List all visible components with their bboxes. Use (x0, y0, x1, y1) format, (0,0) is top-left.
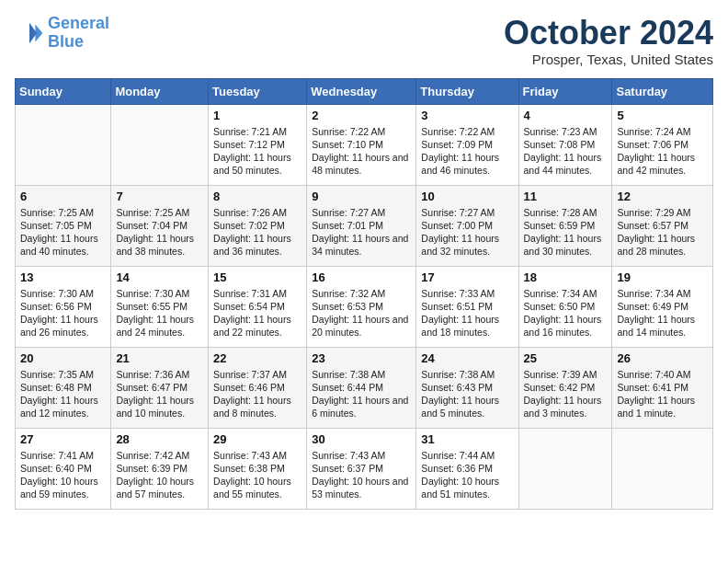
calendar-cell: 18Sunrise: 7:34 AMSunset: 6:50 PMDayligh… (518, 266, 612, 347)
calendar-week-row: 6Sunrise: 7:25 AMSunset: 7:05 PMDaylight… (16, 185, 713, 266)
day-number: 9 (312, 190, 411, 203)
calendar-cell: 2Sunrise: 7:22 AMSunset: 7:10 PMDaylight… (307, 104, 416, 185)
calendar-cell: 29Sunrise: 7:43 AMSunset: 6:38 PMDayligh… (209, 428, 307, 509)
day-info: Sunrise: 7:34 AMSunset: 6:50 PMDaylight:… (524, 287, 608, 339)
day-number: 21 (116, 351, 203, 365)
logo: General Blue (15, 15, 109, 52)
day-info: Sunrise: 7:39 AMSunset: 6:42 PMDaylight:… (524, 368, 608, 420)
day-number: 19 (617, 270, 708, 284)
day-info: Sunrise: 7:42 AMSunset: 6:39 PMDaylight:… (116, 449, 203, 501)
calendar-cell: 23Sunrise: 7:38 AMSunset: 6:44 PMDayligh… (307, 347, 416, 428)
day-info: Sunrise: 7:38 AMSunset: 6:43 PMDaylight:… (421, 368, 513, 420)
day-info: Sunrise: 7:28 AMSunset: 6:59 PMDaylight:… (524, 206, 608, 259)
day-info: Sunrise: 7:31 AMSunset: 6:54 PMDaylight:… (213, 287, 301, 339)
calendar-cell: 22Sunrise: 7:37 AMSunset: 6:46 PMDayligh… (209, 347, 307, 428)
day-info: Sunrise: 7:34 AMSunset: 6:49 PMDaylight:… (617, 287, 708, 339)
calendar-cell (16, 104, 111, 185)
calendar-cell (111, 104, 209, 185)
day-number: 7 (116, 190, 203, 203)
calendar-cell: 8Sunrise: 7:26 AMSunset: 7:02 PMDaylight… (209, 185, 307, 266)
day-info: Sunrise: 7:22 AMSunset: 7:09 PMDaylight:… (421, 125, 513, 178)
calendar-cell: 31Sunrise: 7:44 AMSunset: 6:36 PMDayligh… (416, 428, 518, 509)
day-number: 26 (617, 351, 708, 365)
day-number: 24 (421, 351, 513, 365)
calendar-cell: 16Sunrise: 7:32 AMSunset: 6:53 PMDayligh… (307, 266, 416, 347)
day-number: 29 (213, 432, 301, 446)
header-cell-friday: Friday (518, 78, 612, 104)
day-info: Sunrise: 7:37 AMSunset: 6:46 PMDaylight:… (213, 368, 301, 420)
day-number: 2 (312, 109, 411, 122)
day-number: 14 (116, 270, 203, 284)
calendar-week-row: 20Sunrise: 7:35 AMSunset: 6:48 PMDayligh… (16, 347, 713, 428)
day-number: 13 (20, 270, 106, 284)
day-number: 31 (421, 432, 513, 446)
calendar-cell (518, 428, 612, 509)
day-info: Sunrise: 7:29 AMSunset: 6:57 PMDaylight:… (617, 206, 708, 259)
calendar-cell: 20Sunrise: 7:35 AMSunset: 6:48 PMDayligh… (16, 347, 111, 428)
calendar-cell: 30Sunrise: 7:43 AMSunset: 6:37 PMDayligh… (307, 428, 416, 509)
day-info: Sunrise: 7:44 AMSunset: 6:36 PMDaylight:… (421, 449, 513, 501)
day-info: Sunrise: 7:25 AMSunset: 7:04 PMDaylight:… (116, 206, 203, 259)
calendar-cell: 13Sunrise: 7:30 AMSunset: 6:56 PMDayligh… (16, 266, 111, 347)
day-number: 30 (312, 432, 411, 446)
day-info: Sunrise: 7:26 AMSunset: 7:02 PMDaylight:… (213, 206, 301, 259)
day-number: 8 (213, 190, 301, 203)
calendar-cell: 26Sunrise: 7:40 AMSunset: 6:41 PMDayligh… (612, 347, 713, 428)
calendar-cell: 15Sunrise: 7:31 AMSunset: 6:54 PMDayligh… (209, 266, 307, 347)
day-number: 16 (312, 270, 411, 284)
calendar-body: 1Sunrise: 7:21 AMSunset: 7:12 PMDaylight… (16, 104, 713, 509)
day-info: Sunrise: 7:30 AMSunset: 6:56 PMDaylight:… (20, 287, 106, 339)
calendar-cell: 4Sunrise: 7:23 AMSunset: 7:08 PMDaylight… (518, 104, 612, 185)
day-number: 20 (20, 351, 106, 365)
calendar-cell: 1Sunrise: 7:21 AMSunset: 7:12 PMDaylight… (209, 104, 307, 185)
logo-icon (15, 18, 44, 48)
day-number: 5 (617, 109, 708, 122)
day-number: 4 (524, 109, 608, 122)
calendar-cell: 11Sunrise: 7:28 AMSunset: 6:59 PMDayligh… (518, 185, 612, 266)
calendar-week-row: 27Sunrise: 7:41 AMSunset: 6:40 PMDayligh… (16, 428, 713, 509)
calendar-cell: 24Sunrise: 7:38 AMSunset: 6:43 PMDayligh… (416, 347, 518, 428)
day-info: Sunrise: 7:40 AMSunset: 6:41 PMDaylight:… (617, 368, 708, 420)
day-info: Sunrise: 7:27 AMSunset: 7:01 PMDaylight:… (312, 206, 411, 259)
calendar-cell: 12Sunrise: 7:29 AMSunset: 6:57 PMDayligh… (612, 185, 713, 266)
day-number: 12 (617, 190, 708, 203)
calendar-header-row: SundayMondayTuesdayWednesdayThursdayFrid… (16, 78, 713, 104)
calendar-week-row: 13Sunrise: 7:30 AMSunset: 6:56 PMDayligh… (16, 266, 713, 347)
day-number: 22 (213, 351, 301, 365)
header-cell-monday: Monday (111, 78, 209, 104)
calendar-week-row: 1Sunrise: 7:21 AMSunset: 7:12 PMDaylight… (16, 104, 713, 185)
header-cell-tuesday: Tuesday (209, 78, 307, 104)
day-info: Sunrise: 7:35 AMSunset: 6:48 PMDaylight:… (20, 368, 106, 420)
calendar-cell: 21Sunrise: 7:36 AMSunset: 6:47 PMDayligh… (111, 347, 209, 428)
day-info: Sunrise: 7:25 AMSunset: 7:05 PMDaylight:… (20, 206, 106, 259)
logo-text: General Blue (48, 15, 109, 52)
calendar-cell: 19Sunrise: 7:34 AMSunset: 6:49 PMDayligh… (612, 266, 713, 347)
day-number: 18 (524, 270, 608, 284)
day-info: Sunrise: 7:41 AMSunset: 6:40 PMDaylight:… (20, 449, 106, 501)
calendar-cell: 3Sunrise: 7:22 AMSunset: 7:09 PMDaylight… (416, 104, 518, 185)
header-cell-sunday: Sunday (16, 78, 111, 104)
day-info: Sunrise: 7:27 AMSunset: 7:00 PMDaylight:… (421, 206, 513, 259)
day-info: Sunrise: 7:32 AMSunset: 6:53 PMDaylight:… (312, 287, 411, 339)
day-number: 17 (421, 270, 513, 284)
header-cell-saturday: Saturday (612, 78, 713, 104)
header-cell-wednesday: Wednesday (307, 78, 416, 104)
header-cell-thursday: Thursday (416, 78, 518, 104)
day-number: 6 (20, 190, 106, 203)
day-number: 3 (421, 109, 513, 122)
page-header: General Blue October 2024 Prosper, Texas… (15, 15, 713, 67)
location: Prosper, Texas, United States (504, 52, 713, 67)
day-number: 10 (421, 190, 513, 203)
day-info: Sunrise: 7:43 AMSunset: 6:37 PMDaylight:… (312, 449, 411, 501)
title-block: October 2024 Prosper, Texas, United Stat… (504, 15, 713, 67)
day-info: Sunrise: 7:43 AMSunset: 6:38 PMDaylight:… (213, 449, 301, 501)
calendar-cell: 10Sunrise: 7:27 AMSunset: 7:00 PMDayligh… (416, 185, 518, 266)
calendar-cell: 9Sunrise: 7:27 AMSunset: 7:01 PMDaylight… (307, 185, 416, 266)
calendar-cell: 14Sunrise: 7:30 AMSunset: 6:55 PMDayligh… (111, 266, 209, 347)
day-number: 23 (312, 351, 411, 365)
calendar-cell: 28Sunrise: 7:42 AMSunset: 6:39 PMDayligh… (111, 428, 209, 509)
day-number: 25 (524, 351, 608, 365)
calendar-cell: 5Sunrise: 7:24 AMSunset: 7:06 PMDaylight… (612, 104, 713, 185)
day-info: Sunrise: 7:36 AMSunset: 6:47 PMDaylight:… (116, 368, 203, 420)
day-info: Sunrise: 7:23 AMSunset: 7:08 PMDaylight:… (524, 125, 608, 178)
